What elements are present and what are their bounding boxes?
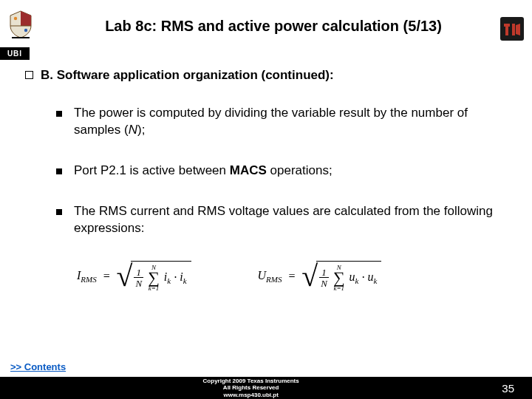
formula-row: IRMS = √ 1N N∑k=1 ik · ik URMS = bbox=[25, 261, 507, 293]
footer-bar: Copyright 2009 Texas Instruments All Rig… bbox=[0, 377, 532, 399]
page-number: 35 bbox=[502, 382, 514, 395]
solid-bullet-icon bbox=[56, 111, 62, 117]
copyright-line2: All Rights Reserved bbox=[0, 384, 502, 392]
formula-urms: URMS = √ 1N N∑k=1 uk · uk bbox=[258, 261, 382, 293]
hollow-bullet-icon bbox=[25, 71, 33, 79]
contents-link[interactable]: >> Contents bbox=[10, 361, 66, 372]
solid-bullet-icon bbox=[56, 168, 62, 174]
copyright-line1: Copyright 2009 Texas Instruments bbox=[0, 378, 502, 385]
svg-point-1 bbox=[24, 29, 27, 32]
slide-footer: >> Contents Copyright 2009 Texas Instrum… bbox=[0, 360, 532, 399]
bullet-text: The RMS current and RMS voltage values a… bbox=[74, 203, 507, 237]
bullet-text: The power is computed by dividing the va… bbox=[74, 105, 507, 139]
svg-point-0 bbox=[14, 17, 17, 20]
slide-header: Lab 8c: RMS and active power calculation… bbox=[0, 0, 532, 47]
solid-bullet-icon bbox=[56, 209, 62, 215]
bullet-text: Port P2.1 is active between MACS operati… bbox=[74, 163, 332, 180]
crest-logo bbox=[4, 8, 37, 41]
bullet-list: The power is computed by dividing the va… bbox=[25, 105, 507, 237]
section-heading: B. Software application organization (co… bbox=[25, 68, 507, 83]
copyright-block: Copyright 2009 Texas Instruments All Rig… bbox=[0, 378, 502, 399]
section-label: B. bbox=[41, 68, 53, 82]
list-item: The RMS current and RMS voltage values a… bbox=[56, 203, 507, 237]
list-item: Port P2.1 is active between MACS operati… bbox=[56, 163, 507, 180]
footer-url: www.msp430.ubi.pt bbox=[0, 392, 502, 399]
section-heading-text: Software application organization (conti… bbox=[57, 68, 334, 82]
ti-logo bbox=[499, 16, 525, 41]
slide-body: B. Software application organization (co… bbox=[0, 47, 532, 293]
ubi-badge: UBI bbox=[0, 47, 30, 60]
formula-irms: IRMS = √ 1N N∑k=1 ik · ik bbox=[77, 261, 191, 293]
slide-title: Lab 8c: RMS and active power calculation… bbox=[37, 13, 532, 35]
svg-rect-3 bbox=[512, 24, 515, 35]
list-item: The power is computed by dividing the va… bbox=[56, 105, 507, 139]
